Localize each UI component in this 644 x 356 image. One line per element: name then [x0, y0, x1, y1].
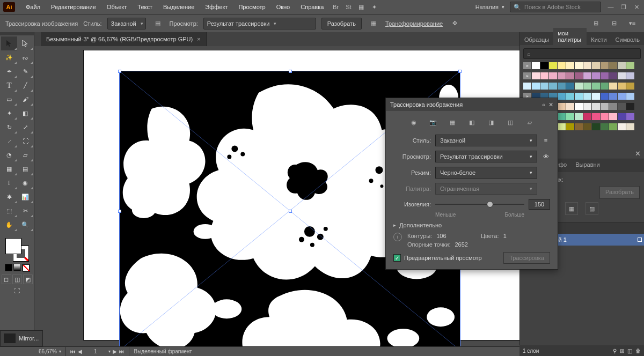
menu-effect[interactable]: Эффект — [200, 0, 233, 14]
prev-icon[interactable]: ◀ — [78, 348, 82, 354]
swatch[interactable] — [609, 103, 617, 110]
menu-edit[interactable]: Редактирование — [46, 0, 101, 14]
swatch[interactable] — [566, 123, 574, 130]
swatch[interactable] — [601, 113, 609, 120]
swatch[interactable] — [575, 113, 583, 120]
swatch[interactable] — [592, 62, 600, 69]
swatch[interactable] — [566, 62, 574, 69]
swatch[interactable] — [618, 123, 626, 130]
preset-3color-icon[interactable]: ◧ — [466, 116, 478, 128]
swatch[interactable] — [609, 83, 617, 90]
swatch[interactable] — [523, 83, 531, 90]
lasso-tool[interactable]: ᔓ — [17, 50, 33, 64]
bridge-icon[interactable]: Br — [329, 1, 342, 13]
swatch[interactable] — [583, 72, 591, 79]
swatch[interactable] — [566, 83, 574, 90]
preset-6color-icon[interactable]: ◨ — [485, 116, 497, 128]
line-tool[interactable]: ╱ — [17, 78, 33, 92]
graph-tool[interactable]: 📊 — [17, 190, 33, 204]
menu-object[interactable]: Объект — [101, 0, 132, 14]
eye-icon[interactable]: 👁 — [541, 153, 550, 160]
swatch[interactable] — [592, 83, 600, 90]
swatch[interactable] — [592, 103, 600, 110]
blend-tool[interactable]: ◉ — [17, 176, 33, 190]
tab-symbols[interactable]: Символь — [611, 34, 644, 45]
panel-header[interactable]: Трассировка изображения « ✕ — [386, 98, 558, 111]
swatch[interactable] — [601, 72, 609, 79]
advanced-toggle[interactable]: ▸ Дополнительно — [393, 222, 550, 228]
swatch[interactable] — [626, 123, 634, 130]
panel-toggle-2-icon[interactable]: ⊟ — [608, 18, 620, 29]
fill-stroke-swatch[interactable] — [5, 238, 29, 262]
expand-button[interactable]: Разобрать — [321, 18, 362, 29]
swatch[interactable] — [592, 93, 600, 100]
swatch[interactable] — [549, 72, 557, 79]
swatch[interactable] — [583, 83, 591, 90]
rotate-tool[interactable]: ↻ — [1, 120, 17, 134]
none-mode-icon[interactable] — [22, 264, 30, 271]
color-mode-icon[interactable] — [5, 264, 12, 271]
swatch[interactable] — [566, 72, 574, 79]
style-menu-icon[interactable]: ≡ — [541, 137, 550, 144]
swatch[interactable] — [618, 103, 626, 110]
swatch[interactable] — [549, 83, 557, 90]
swatch[interactable] — [601, 93, 609, 100]
view-dropdown[interactable]: Результат трассировки▾ — [203, 18, 316, 29]
locate-icon[interactable]: ⚲ — [613, 348, 617, 354]
paintbrush-tool[interactable]: 🖌 — [17, 92, 33, 106]
delete-layer-icon[interactable]: 🗑 — [635, 348, 641, 354]
close-icon[interactable]: ✕ — [548, 101, 553, 108]
view-dropdown[interactable]: Результат трассировки▾ — [435, 151, 537, 162]
swatch[interactable] — [583, 93, 591, 100]
last-icon[interactable]: ⏭ — [119, 348, 125, 354]
swatch[interactable] — [626, 113, 634, 120]
tab-swatches[interactable]: Образцы — [520, 34, 553, 45]
threshold-value[interactable]: 150 — [529, 199, 550, 210]
swatch[interactable] — [540, 62, 548, 69]
tab-brushes[interactable]: Кисти — [587, 34, 611, 45]
new-sublayer-icon[interactable]: ⊞ — [620, 348, 624, 354]
screen-mode-icon[interactable]: ⛶ — [14, 287, 20, 294]
slice-tool[interactable]: ✂ — [17, 204, 33, 218]
swatch[interactable] — [592, 113, 600, 120]
swatch[interactable] — [558, 72, 566, 79]
swatch[interactable] — [601, 83, 609, 90]
swatch[interactable] — [626, 72, 634, 79]
swatch-folder-icon[interactable]: ▸ — [523, 72, 531, 79]
swatch[interactable] — [558, 103, 566, 110]
swatch[interactable] — [583, 123, 591, 130]
tab-align[interactable]: Выравни — [571, 159, 604, 172]
symbol-sprayer-tool[interactable]: ✱ — [1, 190, 17, 204]
swatch[interactable] — [592, 123, 600, 130]
layer-target-icon[interactable] — [638, 238, 642, 242]
swatch[interactable] — [575, 93, 583, 100]
new-layer-icon[interactable]: ◫ — [627, 348, 632, 354]
swatch[interactable] — [558, 123, 566, 130]
swatch[interactable] — [558, 83, 566, 90]
swatch[interactable] — [583, 62, 591, 69]
eraser-tool[interactable]: ◧ — [17, 106, 33, 120]
scale-tool[interactable]: ⤢ — [17, 120, 33, 134]
swatch[interactable] — [532, 72, 540, 79]
swatch-delete-icon[interactable]: ✕ — [635, 150, 641, 158]
threshold-slider[interactable] — [435, 204, 524, 205]
artboard-nav[interactable]: ⏮ ◀ 1 ▾ ▶ ⏭ — [66, 347, 130, 357]
eyedropper-tool[interactable]: 𓂃 — [1, 176, 17, 190]
curvature-tool[interactable]: ✎ — [17, 64, 33, 78]
direct-selection-tool[interactable] — [17, 36, 33, 50]
swatch[interactable] — [575, 103, 583, 110]
swatch[interactable] — [609, 72, 617, 79]
stock-search[interactable]: 🔍 Поиск в Adobe Stock — [510, 2, 601, 12]
swatch[interactable] — [618, 93, 626, 100]
artboard-tool[interactable]: ⬚ — [1, 204, 17, 218]
user-dropdown[interactable]: Наталия ▾ — [470, 4, 510, 10]
swatch[interactable] — [540, 83, 548, 90]
style-dropdown[interactable]: Заказной▾ — [107, 18, 146, 29]
fill-swatch[interactable] — [5, 238, 21, 254]
magic-wand-tool[interactable]: ✨ — [1, 50, 17, 64]
minimize-icon[interactable]: — — [606, 4, 615, 11]
menu-text[interactable]: Текст — [132, 0, 158, 14]
preset-bw-icon[interactable]: ◫ — [504, 116, 516, 128]
rectangle-tool[interactable]: ▭ — [1, 92, 17, 106]
menu-help[interactable]: Справка — [295, 0, 329, 14]
